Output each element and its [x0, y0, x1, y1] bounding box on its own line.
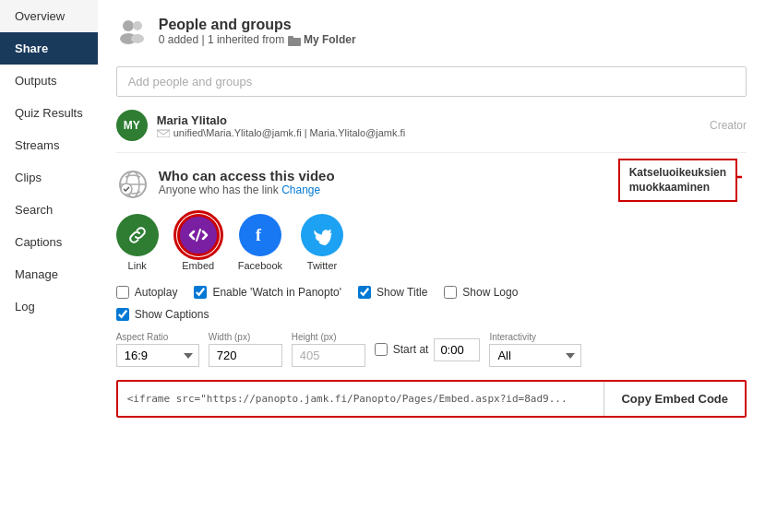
- user-name: Maria Ylitalo: [157, 113, 710, 127]
- people-groups-title: People and groups: [159, 17, 356, 33]
- sidebar-item-manage[interactable]: Manage: [0, 258, 98, 290]
- autoplay-label: Autoplay: [135, 286, 178, 299]
- width-label: Width (px): [209, 332, 282, 342]
- access-icon: [116, 168, 149, 201]
- share-buttons: Link Embed f: [116, 214, 747, 271]
- height-label: Height (px): [292, 332, 365, 342]
- link-button-label: Link: [128, 260, 147, 271]
- embed-button-wrap: Embed: [177, 214, 220, 271]
- facebook-button[interactable]: f: [239, 214, 281, 256]
- width-input[interactable]: [209, 344, 282, 367]
- avatar: MY: [116, 110, 148, 141]
- embed-code-input[interactable]: [118, 382, 604, 416]
- svg-rect-5: [288, 36, 293, 40]
- add-people-input[interactable]: Add people and groups: [116, 66, 747, 97]
- sidebar-item-quiz-results[interactable]: Quiz Results: [0, 97, 98, 129]
- options-row-2: Show Captions: [116, 308, 747, 321]
- sidebar-item-share[interactable]: Share: [0, 32, 98, 65]
- facebook-button-wrap: f Facebook: [238, 214, 282, 271]
- show-logo-label: Show Logo: [462, 286, 518, 299]
- sidebar-item-clips[interactable]: Clips: [0, 161, 98, 194]
- sidebar: Overview Share Outputs Quiz Results Stre…: [0, 0, 98, 532]
- watch-panopto-checkbox[interactable]: [194, 286, 207, 299]
- start-at-checkbox[interactable]: [375, 343, 388, 356]
- svg-line-12: [197, 230, 200, 241]
- start-at-label: Start at: [393, 343, 429, 356]
- embed-button-label: Embed: [182, 260, 214, 271]
- interactivity-select[interactable]: All None Notes: [489, 344, 581, 367]
- link-button-wrap: Link: [116, 214, 159, 271]
- access-header: Who can access this video Anyone who has…: [116, 168, 747, 201]
- watch-panopto-option: Enable 'Watch in Panopto': [194, 286, 341, 299]
- svg-point-3: [131, 34, 144, 43]
- show-title-label: Show Title: [377, 286, 427, 299]
- sidebar-item-streams[interactable]: Streams: [0, 129, 98, 161]
- copy-embed-button[interactable]: Copy Embed Code: [604, 382, 745, 416]
- people-groups-header: People and groups 0 added | 1 inherited …: [116, 15, 747, 57]
- twitter-button-label: Twitter: [307, 260, 337, 271]
- start-at-time-input[interactable]: [434, 338, 480, 361]
- show-captions-label: Show Captions: [135, 308, 209, 321]
- width-group: Width (px): [209, 332, 282, 367]
- autoplay-option: Autoplay: [116, 286, 178, 299]
- show-logo-option: Show Logo: [444, 286, 518, 299]
- params-row: Aspect Ratio 16:9 4:3 1:1 Width (px) Hei…: [116, 332, 747, 367]
- autoplay-checkbox[interactable]: [116, 286, 129, 299]
- people-groups-icon: [116, 15, 149, 48]
- sidebar-item-log[interactable]: Log: [0, 290, 98, 323]
- twitter-button[interactable]: [301, 214, 343, 256]
- embed-code-row: Copy Embed Code: [116, 380, 747, 418]
- interactivity-label: Interactivity: [489, 332, 581, 342]
- user-role: Creator: [710, 119, 747, 132]
- annotation-container: Katseluoikeuksien muokkaaminen: [691, 163, 747, 191]
- user-email: unified\Maria.Ylitalo@jamk.fi | Maria.Yl…: [157, 127, 710, 138]
- svg-point-2: [133, 21, 142, 30]
- sidebar-item-overview[interactable]: Overview: [0, 0, 98, 32]
- aspect-ratio-label: Aspect Ratio: [116, 332, 199, 342]
- show-title-checkbox[interactable]: [358, 286, 371, 299]
- people-groups-subtitle: 0 added | 1 inherited from My Folder: [159, 33, 356, 46]
- aspect-ratio-select[interactable]: 16:9 4:3 1:1: [116, 344, 199, 367]
- access-title: Who can access this video: [159, 168, 335, 183]
- watch-panopto-label: Enable 'Watch in Panopto': [212, 286, 341, 299]
- sidebar-item-captions[interactable]: Captions: [0, 226, 98, 258]
- user-row: MY Maria Ylitalo unified\Maria.Ylitalo@j…: [116, 110, 747, 153]
- main-content: People and groups 0 added | 1 inherited …: [98, 0, 765, 532]
- sidebar-item-search[interactable]: Search: [0, 194, 98, 226]
- height-group: Height (px): [292, 332, 365, 367]
- interactivity-group: Interactivity All None Notes: [489, 332, 581, 367]
- show-title-option: Show Title: [358, 286, 427, 299]
- annotation-box: Katseluoikeuksien muokkaaminen: [618, 159, 737, 202]
- options-row-1: Autoplay Enable 'Watch in Panopto' Show …: [116, 286, 747, 299]
- show-captions-option: Show Captions: [116, 308, 209, 321]
- height-input[interactable]: [292, 344, 365, 367]
- show-logo-checkbox[interactable]: [444, 286, 457, 299]
- show-captions-checkbox[interactable]: [116, 308, 129, 321]
- embed-button[interactable]: [177, 214, 220, 256]
- facebook-button-label: Facebook: [238, 260, 282, 271]
- link-button[interactable]: [116, 214, 159, 256]
- svg-point-0: [123, 20, 134, 31]
- access-section: Who can access this video Anyone who has…: [116, 168, 747, 418]
- aspect-ratio-group: Aspect Ratio 16:9 4:3 1:1: [116, 332, 199, 367]
- svg-text:f: f: [256, 226, 262, 244]
- change-link[interactable]: Change: [281, 183, 320, 196]
- sidebar-item-outputs[interactable]: Outputs: [0, 65, 98, 97]
- twitter-button-wrap: Twitter: [301, 214, 343, 271]
- user-info: Maria Ylitalo unified\Maria.Ylitalo@jamk…: [157, 113, 710, 138]
- access-subtitle: Anyone who has the link Change: [159, 183, 335, 196]
- start-at-group: Start at: [375, 338, 481, 361]
